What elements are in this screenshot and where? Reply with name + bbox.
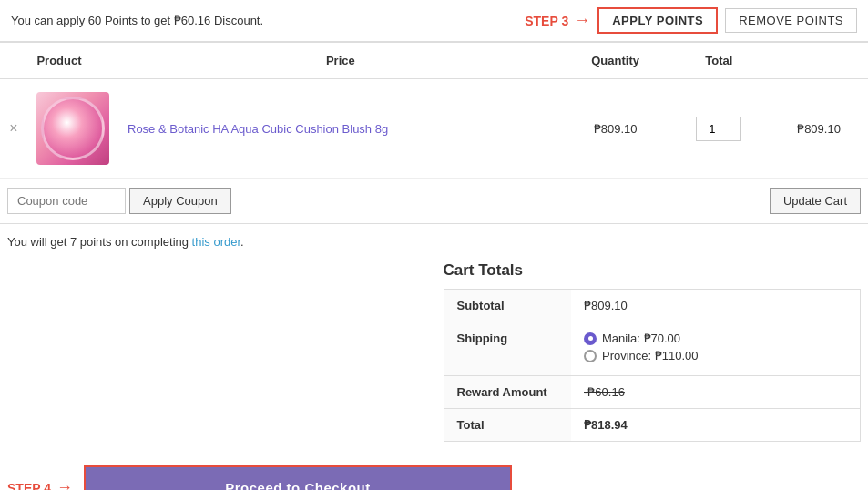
coupon-input[interactable] xyxy=(7,188,126,214)
bottom-section: Cart Totals Subtotal ₱809.10 Shipping Ma… xyxy=(0,252,868,451)
coupon-left: Apply Coupon xyxy=(7,188,231,214)
arrow-icon: → xyxy=(574,11,590,30)
col-price: Price xyxy=(118,43,563,79)
product-image xyxy=(36,92,109,165)
step4-arrow-icon: → xyxy=(56,478,73,490)
radio-province[interactable] xyxy=(584,350,597,362)
step4-label: STEP 4 → xyxy=(7,478,73,490)
remove-points-button[interactable]: REMOVE POINTS xyxy=(725,8,857,33)
product-price: ₱809.10 xyxy=(563,79,669,179)
shipping-label: Shipping xyxy=(444,322,571,376)
col-product: Product xyxy=(0,43,118,79)
total-value: ₱818.94 xyxy=(571,409,861,442)
col-total: Total xyxy=(669,43,771,79)
subtotal-label: Subtotal xyxy=(444,290,571,322)
total-row: Total ₱818.94 xyxy=(444,409,861,442)
reward-value: -₱60.16 xyxy=(571,376,861,409)
reward-row: Reward Amount -₱60.16 xyxy=(444,376,861,409)
table-row: × Rose & Botanic HA Aqua Cubic Cushion B… xyxy=(0,79,868,179)
subtotal-row: Subtotal ₱809.10 xyxy=(444,290,861,322)
coupon-row: Apply Coupon Update Cart xyxy=(0,179,868,224)
cart-totals: Cart Totals Subtotal ₱809.10 Shipping Ma… xyxy=(444,261,862,442)
points-earned-notice: You will get 7 points on completing this… xyxy=(0,224,868,252)
shipping-options: Manila: ₱70.00 Province: ₱110.00 xyxy=(571,322,861,376)
points-notice-top: You can apply 60 Points to get ₱60.16 Di… xyxy=(11,14,263,27)
top-bar: You can apply 60 Points to get ₱60.16 Di… xyxy=(0,0,868,42)
checkout-section: STEP 4 → Proceed to Checkout xyxy=(0,451,868,490)
step3-label: STEP 3 → xyxy=(525,11,590,30)
product-image-inner xyxy=(41,97,105,160)
product-name[interactable]: Rose & Botanic HA Aqua Cubic Cushion Blu… xyxy=(118,79,563,179)
shipping-province-option[interactable]: Province: ₱110.00 xyxy=(584,349,847,362)
quantity-input[interactable] xyxy=(696,117,741,141)
product-image-cell xyxy=(27,79,118,179)
subtotal-value: ₱809.10 xyxy=(571,290,861,322)
update-cart-button[interactable]: Update Cart xyxy=(770,188,861,214)
bottom-left xyxy=(7,261,425,442)
reward-label: Reward Amount xyxy=(444,376,571,409)
product-quantity-cell xyxy=(669,79,771,179)
apply-points-button[interactable]: APPLY POINTS xyxy=(597,7,718,34)
proceed-to-checkout-button[interactable]: Proceed to Checkout xyxy=(84,465,512,490)
total-label: Total xyxy=(444,409,571,442)
cart-totals-heading: Cart Totals xyxy=(444,261,862,280)
product-total: ₱809.10 xyxy=(770,79,868,179)
top-bar-actions: STEP 3 → APPLY POINTS REMOVE POINTS xyxy=(525,7,857,34)
radio-manila[interactable] xyxy=(584,332,597,345)
remove-item-button[interactable]: × xyxy=(0,79,27,179)
cart-totals-table: Subtotal ₱809.10 Shipping Manila: ₱70.00… xyxy=(444,289,862,442)
col-quantity: Quantity xyxy=(563,43,669,79)
apply-coupon-button[interactable]: Apply Coupon xyxy=(129,188,231,214)
this-order-link[interactable]: this order xyxy=(192,235,240,249)
shipping-row: Shipping Manila: ₱70.00 Province: ₱110.0… xyxy=(444,322,861,376)
shipping-manila-option[interactable]: Manila: ₱70.00 xyxy=(584,332,847,345)
cart-table: Product Price Quantity Total × Rose & Bo… xyxy=(0,42,868,179)
